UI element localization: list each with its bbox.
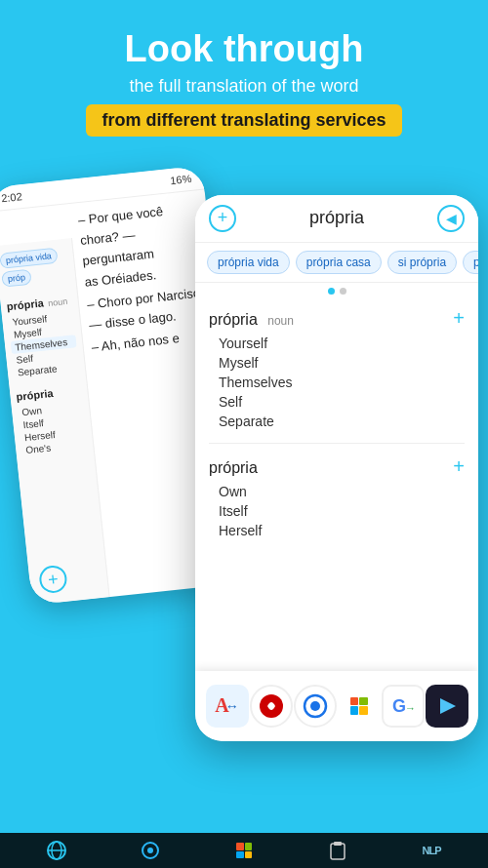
sidebar-word2-title: própria — [16, 387, 54, 403]
chip-propria-c[interactable]: própria c — [463, 251, 478, 274]
lingvo-app-icon[interactable] — [250, 685, 293, 728]
hero-subtitle: the full translation of the word — [20, 76, 468, 97]
sidebar-chip-1[interactable]: própria vida — [0, 248, 59, 269]
source-svg — [434, 693, 460, 719]
word-1-translations: Yourself Myself Themselves Self Separate — [209, 334, 465, 431]
sidebar-chip-2[interactable]: próp — [1, 268, 32, 287]
reverso-app-icon[interactable]: A ↔ — [206, 685, 249, 728]
translation-themselves: Themselves — [219, 373, 465, 392]
translation-herself: Herself — [219, 521, 465, 540]
svg-rect-12 — [334, 842, 342, 846]
hero-title: Look through — [20, 29, 468, 70]
circle-app-icon[interactable] — [294, 685, 337, 728]
translation-myself: Myself — [219, 353, 465, 373]
dots-indicator — [195, 283, 478, 299]
circle-svg — [302, 692, 329, 720]
taskbar-circle-icon[interactable] — [138, 838, 163, 863]
taskbar-nlp-icon[interactable]: NLP — [419, 838, 444, 863]
word-2-translations: Own Itself Herself — [209, 482, 465, 540]
status-battery: 16% — [170, 173, 192, 186]
hero-section: Look through the full translation of the… — [0, 0, 488, 146]
dot-1 — [328, 288, 335, 295]
sidebar-word2-list: Own Itself Herself One's — [18, 400, 88, 457]
front-header-word: própria — [309, 208, 364, 228]
chip-si-propria[interactable]: si própria — [387, 251, 457, 274]
svg-text:→: → — [405, 702, 416, 714]
word-section-1: própria noun + Yourself Myself Themselve… — [195, 299, 478, 439]
phone-front: + própria ◀ própria vida própria casa si… — [195, 195, 478, 741]
status-time: 2:02 — [1, 190, 23, 204]
word-section-2-header: própria + — [209, 455, 465, 478]
translation-yourself: Yourself — [219, 334, 465, 353]
svg-point-2 — [310, 701, 320, 711]
taskbar-clipboard-icon[interactable] — [325, 838, 350, 863]
google-translate-app-icon[interactable]: G → — [382, 685, 425, 728]
translation-own: Own — [219, 482, 465, 501]
svg-point-10 — [147, 848, 153, 853]
front-add-button[interactable]: + — [209, 205, 236, 232]
word-2-main: própria — [209, 459, 258, 476]
dot-2 — [340, 288, 346, 295]
word-section-2-title: própria — [209, 459, 258, 477]
section-divider — [209, 443, 465, 444]
windows-logo — [350, 697, 368, 715]
sidebar-word1-title: própria — [6, 296, 44, 312]
sidebar-word1-pos: noun — [48, 296, 68, 308]
source-app-icon[interactable] — [426, 685, 468, 728]
lingvo-svg — [258, 692, 285, 720]
chip-propria-vida[interactable]: própria vida — [207, 251, 290, 274]
hero-highlight: from different translating services — [86, 104, 401, 137]
word-1-pos: noun — [267, 314, 294, 328]
svg-marker-5 — [440, 698, 456, 714]
translation-itself: Itself — [219, 501, 465, 521]
word-1-add-button[interactable]: + — [453, 307, 465, 330]
taskbar-browser-icon[interactable] — [44, 838, 69, 863]
sidebar-chips: própria vida próp — [0, 246, 71, 287]
chip-propria-casa[interactable]: própria casa — [296, 251, 382, 274]
translation-separate: Separate — [219, 412, 465, 431]
bottom-app-bar: A ↔ — [195, 671, 478, 741]
phones-area: 2:02 16% própria vida próp própria noun … — [0, 156, 488, 751]
front-header: + própria ◀ — [195, 195, 478, 243]
back-line-1: – Por que você chora? — perguntaram — [77, 198, 204, 271]
svg-text:G: G — [392, 696, 406, 716]
taskbar: NLP — [0, 833, 488, 868]
sidebar-word1: própria noun Yourself Myself Themselves … — [4, 286, 82, 383]
word-1-main: própria — [209, 311, 258, 328]
svg-rect-11 — [331, 844, 345, 859]
back-add-button[interactable]: + — [38, 564, 68, 594]
word-section-1-header: própria noun + — [209, 307, 465, 330]
word-2-add-button[interactable]: + — [453, 455, 465, 478]
gtranslate-svg: G → — [389, 692, 417, 720]
windows-app-icon[interactable] — [338, 685, 381, 728]
sidebar-word2: própria Own Itself Herself One's — [13, 376, 90, 461]
word-section-2: própria + Own Itself Herself — [195, 448, 478, 548]
translation-self: Self — [219, 392, 465, 412]
word-section-1-title: própria noun — [209, 311, 294, 329]
front-audio-button[interactable]: ◀ — [437, 205, 465, 232]
taskbar-windows-icon[interactable] — [231, 838, 257, 863]
chips-row: própria vida própria casa si própria pró… — [195, 243, 478, 283]
sidebar-word1-list: Yourself Myself Themselves Self Separate — [8, 309, 79, 379]
